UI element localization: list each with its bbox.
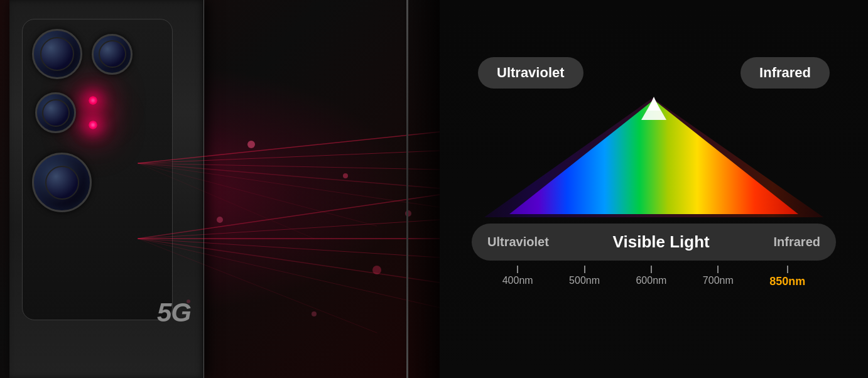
svg-point-17 <box>372 266 381 274</box>
svg-point-15 <box>343 173 348 178</box>
bottom-ultraviolet-label: Ultraviolet <box>487 235 549 249</box>
bottom-bar: Ultraviolet Visible Light Infrared <box>472 224 836 261</box>
tick-value-500: 500nm <box>569 275 600 286</box>
tick-value-700: 700nm <box>703 275 734 286</box>
camera-lens-3 <box>35 92 76 133</box>
top-infrared-label: Infrared <box>741 57 830 89</box>
spectrum-svg <box>472 95 836 220</box>
tick-line-600 <box>651 266 652 273</box>
phone-body: 5G <box>9 0 204 378</box>
camera-lens-4 <box>32 153 92 212</box>
spectrum-container: Ultraviolet Infrared <box>472 57 836 321</box>
tick-line-500 <box>584 266 585 273</box>
bottom-infrared-label: Infrared <box>774 235 820 249</box>
svg-point-18 <box>312 311 317 316</box>
tick-value-850: 850nm <box>769 275 805 288</box>
top-labels: Ultraviolet Infrared <box>472 57 836 89</box>
tick-line-700 <box>717 266 719 273</box>
laser-emitters <box>89 96 97 129</box>
tick-850nm: 850nm <box>769 266 805 288</box>
top-ultraviolet-label: Ultraviolet <box>478 57 583 89</box>
5g-badge: 5G <box>157 298 191 328</box>
tick-700nm: 700nm <box>703 266 734 288</box>
tick-600nm: 600nm <box>636 266 666 288</box>
camera-lens-2 <box>92 34 133 75</box>
laser-dot-1 <box>89 96 97 105</box>
camera-lens-1 <box>32 29 82 79</box>
tick-500nm: 500nm <box>569 266 600 288</box>
camera-row-top <box>32 29 163 79</box>
svg-point-16 <box>217 217 223 223</box>
svg-point-14 <box>247 141 255 148</box>
camera-module <box>22 19 173 320</box>
wavelength-axis: 400nm 500nm 600nm 700nm 850nm <box>472 261 836 288</box>
tick-400nm: 400nm <box>502 266 533 288</box>
visible-light-label: Visible Light <box>549 232 774 252</box>
phone-camera-panel: 5G <box>0 0 440 378</box>
tick-line-400 <box>517 266 518 273</box>
laser-dot-2 <box>89 121 97 129</box>
tick-line-850 <box>787 266 788 273</box>
main-scene: 5G <box>0 0 868 378</box>
spectrum-panel: Ultraviolet Infrared <box>440 0 868 378</box>
spectrum-chart <box>472 95 836 220</box>
tick-value-600: 600nm <box>636 275 666 286</box>
tick-value-400: 400nm <box>502 275 533 286</box>
dark-overlay <box>402 0 440 378</box>
